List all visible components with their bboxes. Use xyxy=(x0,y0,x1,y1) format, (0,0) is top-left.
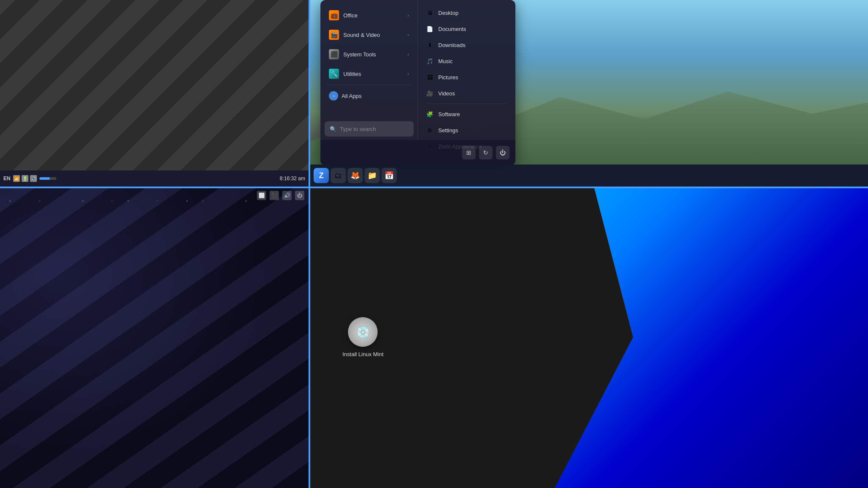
right-item-downloads[interactable]: ⬇ Downloads xyxy=(421,37,512,53)
progress-indicator xyxy=(39,177,56,180)
cyan-swirl-decoration xyxy=(476,187,868,488)
quad-bottom-right: 💿 Install Linux Mint xyxy=(309,187,868,488)
desktop-label: Desktop xyxy=(438,10,459,16)
music-label: Music xyxy=(438,58,453,64)
documents-icon: 📄 xyxy=(426,25,434,33)
search-area-left: 🔍 xyxy=(320,118,418,140)
mint-monitor-icon: ⬜ xyxy=(257,191,266,200)
install-icon-wrapper: 💿 Install Linux Mint xyxy=(342,317,384,357)
progress-fill xyxy=(39,177,50,180)
settings-icon: ⚙ xyxy=(426,126,434,134)
tray-icons: 📶 🔋 🔊 xyxy=(13,175,37,182)
right-item-desktop[interactable]: 🖥 Desktop xyxy=(421,5,512,20)
utilities-label: Utilities xyxy=(343,71,403,77)
network-icon: 📶 xyxy=(13,175,20,182)
office-label: Office xyxy=(343,12,403,19)
volume-icon: 🔊 xyxy=(30,175,37,182)
downloads-icon: ⬇ xyxy=(426,41,434,49)
mint-power-icon: ⏻ xyxy=(295,191,304,200)
quad-top-left: EN 📶 🔋 🔊 8:16:32 am xyxy=(0,0,309,187)
all-apps-row[interactable]: → All Apps xyxy=(323,87,415,105)
screenshot-button[interactable]: ⊞ xyxy=(462,146,476,159)
right-item-software[interactable]: 🧩 Software xyxy=(421,106,512,122)
menu-item-sound-video[interactable]: 🎬 Sound & Video › xyxy=(323,25,415,44)
software-icon: 🧩 xyxy=(426,110,434,118)
pictures-icon: 🖼 xyxy=(426,73,434,81)
documents-label: Documents xyxy=(438,26,466,32)
search-input[interactable] xyxy=(340,126,411,132)
menu-item-utilities[interactable]: 🔧 Utilities › xyxy=(323,64,415,83)
zorin-dock: Z 🗂 🦊 📁 📅 xyxy=(309,165,868,187)
all-apps-arrow-circle: → xyxy=(329,91,338,100)
right-separator xyxy=(427,103,506,104)
dock-nautilus-icon[interactable]: 📁 xyxy=(364,168,380,183)
office-arrow: › xyxy=(407,13,409,18)
videos-label: Videos xyxy=(438,90,455,97)
sound-video-label: Sound & Video xyxy=(343,32,403,38)
screen-grid: EN 📶 🔋 🔊 8:16:32 am 💼 Office › xyxy=(0,0,868,488)
zorin-logo-button[interactable]: Z xyxy=(314,168,329,183)
app-menu: 💼 Office › 🎬 Sound & Video › ⬛ System To… xyxy=(320,0,515,165)
settings-label: Settings xyxy=(438,127,458,134)
diagonal-stripes-overlay xyxy=(0,187,309,488)
menu-separator xyxy=(326,85,412,85)
mint-screen-icon: ⬛ xyxy=(270,191,279,200)
search-icon: 🔍 xyxy=(330,126,337,132)
mint-volume-icon: 🔊 xyxy=(282,191,292,200)
mint-top-bar: ⬜ ⬛ 🔊 ⏻ xyxy=(257,191,304,200)
search-box[interactable]: 🔍 xyxy=(325,121,414,137)
diagonal-bg xyxy=(0,0,309,187)
all-apps-label: All Apps xyxy=(342,93,362,99)
right-item-settings[interactable]: ⚙ Settings xyxy=(421,123,512,138)
downloads-label: Downloads xyxy=(438,42,465,48)
right-item-pictures[interactable]: 🖼 Pictures xyxy=(421,70,512,85)
menu-item-system-tools[interactable]: ⬛ System Tools › xyxy=(323,45,415,64)
software-label: Software xyxy=(438,111,460,117)
battery-icon: 🔋 xyxy=(22,175,28,182)
clock-display: 8:16:32 am xyxy=(280,176,305,181)
vertical-divider xyxy=(309,0,310,488)
sound-video-icon: 🎬 xyxy=(329,30,339,40)
office-icon: 💼 xyxy=(329,10,339,20)
zorin-taskbar-top-left: EN 📶 🔋 🔊 8:16:32 am xyxy=(0,170,309,187)
utilities-arrow: › xyxy=(407,71,409,76)
refresh-button[interactable]: ↻ xyxy=(479,146,492,159)
right-item-documents[interactable]: 📄 Documents xyxy=(421,21,512,36)
sound-video-arrow: › xyxy=(407,32,409,37)
quad-top-right: 💼 Office › 🎬 Sound & Video › ⬛ System To… xyxy=(309,0,868,187)
power-button[interactable]: ⏻ xyxy=(496,146,509,159)
install-linux-mint-icon[interactable]: 💿 xyxy=(348,317,378,347)
music-icon: 🎵 xyxy=(426,57,434,65)
utilities-icon: 🔧 xyxy=(329,69,339,79)
dock-calendar-icon[interactable]: 📅 xyxy=(381,168,397,183)
system-tools-icon: ⬛ xyxy=(329,49,339,59)
right-item-videos[interactable]: 🎥 Videos xyxy=(421,86,512,101)
system-tools-label: System Tools xyxy=(343,51,403,58)
system-tools-arrow: › xyxy=(407,52,409,57)
horizontal-divider xyxy=(0,187,868,188)
language-indicator: EN xyxy=(3,176,11,181)
app-menu-bottom-bar: ⊞ ↻ ⏻ xyxy=(320,140,515,165)
dock-files-icon[interactable]: 🗂 xyxy=(331,168,346,183)
menu-item-office[interactable]: 💼 Office › xyxy=(323,6,415,25)
pictures-label: Pictures xyxy=(438,74,458,81)
quad-bottom-left: ⬜ ⬛ 🔊 ⏻ xyxy=(0,187,309,488)
videos-icon: 🎥 xyxy=(426,89,434,98)
right-item-music[interactable]: 🎵 Music xyxy=(421,53,512,69)
desktop-icon: 🖥 xyxy=(426,8,434,17)
install-linux-mint-label: Install Linux Mint xyxy=(342,351,384,357)
dock-firefox-icon[interactable]: 🦊 xyxy=(348,168,363,183)
